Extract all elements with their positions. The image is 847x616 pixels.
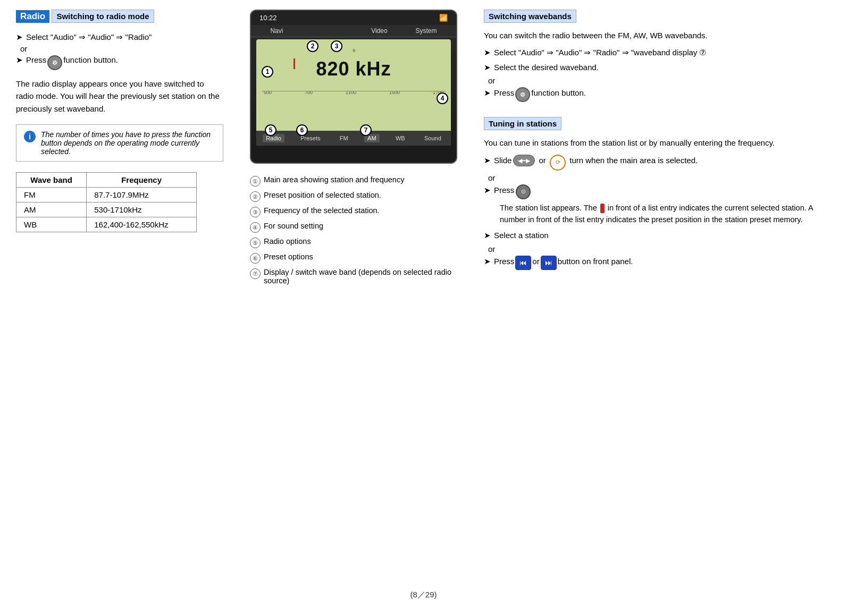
num-circle-7: 7 — [360, 124, 372, 136]
page-footer: (8／29) — [16, 579, 831, 600]
freq-fm: 87.7-107.9MHz — [87, 187, 197, 202]
table-row: WB 162,400-162,550kHz — [16, 217, 197, 232]
function-button-label: function button. — [63, 55, 118, 64]
radio-device: 10:22 📶 Navi Video System 1 2 3 4 — [250, 10, 457, 164]
sw-func-post: function button. — [531, 87, 586, 99]
nav-navi[interactable]: Navi — [270, 27, 283, 35]
btn-sound[interactable]: Sound — [421, 134, 445, 142]
device-signal-icon: 📶 — [439, 14, 448, 22]
press-button-icon: ⊙ — [516, 184, 531, 199]
table-header-band: Wave band — [16, 172, 87, 187]
page: Radio Switching to radio mode ➤ Select "… — [0, 0, 847, 616]
nav-video[interactable]: Video — [371, 27, 387, 35]
num-circle-4: 4 — [437, 92, 448, 104]
num-circle-1: 1 — [262, 66, 273, 78]
switching-wavebands-section: Switching wavebands You can switch the r… — [484, 10, 831, 102]
tuning-or-1: or — [488, 173, 831, 182]
arrow-tune2: ➤ — [484, 184, 491, 197]
annotation-6: ⑥ Preset options — [250, 252, 463, 264]
preset-num: ⁹ — [262, 48, 446, 56]
info-box: i The number of times you have to press … — [16, 124, 223, 162]
sw-press-prefix: Press — [494, 87, 514, 99]
table-header-freq: Frequency — [87, 172, 197, 187]
info-icon: i — [24, 131, 36, 142]
middle-column: 10:22 📶 Navi Video System 1 2 3 4 — [239, 10, 473, 579]
left-column: Radio Switching to radio mode ➤ Select "… — [16, 10, 239, 579]
frequency-display: 820 kHz — [262, 58, 446, 80]
switching-radio-heading: Switching to radio mode — [52, 10, 154, 23]
freq-am: 530-1710kHz — [87, 202, 197, 217]
table-row: FM 87.7-107.9MHz — [16, 187, 197, 202]
sw-or: or — [488, 76, 831, 85]
radio-title: Radio — [16, 10, 49, 23]
nav-spacer — [311, 27, 343, 35]
arrow-tune3: ➤ — [484, 230, 491, 242]
freq-wb: 162,400-162,550kHz — [87, 217, 197, 232]
tuning-indicator — [293, 58, 295, 69]
waveband-table: Wave band Frequency FM 87.7-107.9MHz AM … — [16, 172, 197, 232]
tuning-para: You can tune in stations from the statio… — [484, 137, 831, 149]
sw-function-button-icon: ⚙ — [515, 87, 530, 102]
num-circle-5: 5 — [265, 124, 276, 136]
bullet-press-func: ➤ Press ⚙ function button. — [16, 55, 223, 70]
select-audio-text: Select "Audio" ⇒ "Audio" ⇒ "Radio" — [26, 32, 152, 42]
main-content: Radio Switching to radio mode ➤ Select "… — [16, 10, 831, 579]
radio-display-para: The radio display appears once you have … — [16, 78, 223, 115]
sw-bullet-2: ➤ Select the desired waveband. — [484, 62, 831, 74]
sw-bullet-1: ➤ Select "Audio" ⇒ "Audio" ⇒ "Radio" ⇒ "… — [484, 47, 831, 59]
arrow-icon-2: ➤ — [16, 55, 23, 65]
annotation-3: ③ Frequency of the selected station. — [250, 206, 463, 217]
press-label: Press — [494, 184, 514, 197]
arrow-icon: ➤ — [16, 32, 23, 42]
table-row: AM 530-1710kHz — [16, 202, 197, 217]
band-am: AM — [16, 202, 87, 217]
arrow-sw3: ➤ — [484, 87, 491, 99]
tuning-bullet-press: ➤ Press ⊙ — [484, 184, 831, 199]
band-fm: FM — [16, 187, 87, 202]
sw-bullet-2-text: Select the desired waveband. — [494, 62, 599, 74]
sw-bullet-1-text: Select "Audio" ⇒ "Audio" ⇒ "Radio" ⇒ "wa… — [494, 47, 706, 59]
device-screen: 1 2 3 4 5 6 7 ⁹ 820 kHz — [256, 39, 451, 146]
slide-left-icon: ◀━▶ — [513, 155, 535, 167]
annotation-1: ① Main area showing station and frequenc… — [250, 175, 463, 187]
sw-bullet-3: ➤ Press ⚙ function button. — [484, 87, 831, 102]
arrow-tune1: ➤ — [484, 155, 491, 167]
tuning-or-2: or — [488, 244, 831, 254]
tuning-heading: Tuning in stations — [484, 117, 561, 130]
annotation-5: ⑤ Radio options — [250, 237, 463, 248]
or-text-1: or — [20, 44, 223, 53]
arrow-sw1: ➤ — [484, 47, 491, 59]
sw-para: You can switch the radio between the FM,… — [484, 29, 831, 41]
prev-button-icon: ⏮ — [515, 256, 531, 270]
bullet-select-audio: ➤ Select "Audio" ⇒ "Audio" ⇒ "Radio" — [16, 32, 223, 42]
nav-system[interactable]: System — [416, 27, 437, 35]
tuning-stations-section: Tuning in stations You can tune in stati… — [484, 117, 831, 270]
device-nav-bar: Navi Video System — [251, 25, 456, 37]
tuning-bullet-select: ➤ Select a station — [484, 230, 831, 242]
annotation-4: ④ For sound setting — [250, 222, 463, 233]
indicator-dot-icon — [600, 204, 605, 213]
tuning-bullet-slide: ➤ Slide ◀━▶ or ⟳ turn when the main area… — [484, 155, 831, 171]
btn-wb[interactable]: WB — [392, 134, 408, 142]
tuning-bullet-prevnext: ➤ Press ⏮ or ⏭ button on front panel. — [484, 256, 831, 270]
num-circle-2: 2 — [307, 40, 318, 52]
device-time: 10:22 — [259, 14, 277, 22]
annotation-2: ② Preset position of selected station. — [250, 191, 463, 202]
device-scale: 500 700 1100 1500 1700 — [262, 89, 446, 108]
frequency-area: ⁹ 820 kHz — [262, 43, 446, 86]
select-station-text: Select a station — [494, 230, 549, 242]
right-column: Switching wavebands You can switch the r… — [473, 10, 831, 579]
num-circle-3: 3 — [331, 40, 342, 52]
band-wb: WB — [16, 217, 87, 232]
press-prefix: Press — [26, 55, 46, 64]
num-circle-6: 6 — [296, 124, 308, 136]
arrow-tune4: ➤ — [484, 256, 491, 268]
next-button-icon: ⏭ — [541, 256, 557, 270]
info-text: The number of times you have to press th… — [41, 130, 215, 156]
btn-fm[interactable]: FM — [337, 134, 351, 142]
annotation-7: ⑦ Display / switch wave band (depends on… — [250, 268, 463, 285]
knob-icon: ⟳ — [550, 155, 566, 171]
arrow-sw2: ➤ — [484, 62, 491, 74]
device-header: 10:22 📶 — [251, 11, 456, 25]
switching-wavebands-heading: Switching wavebands — [484, 10, 576, 23]
